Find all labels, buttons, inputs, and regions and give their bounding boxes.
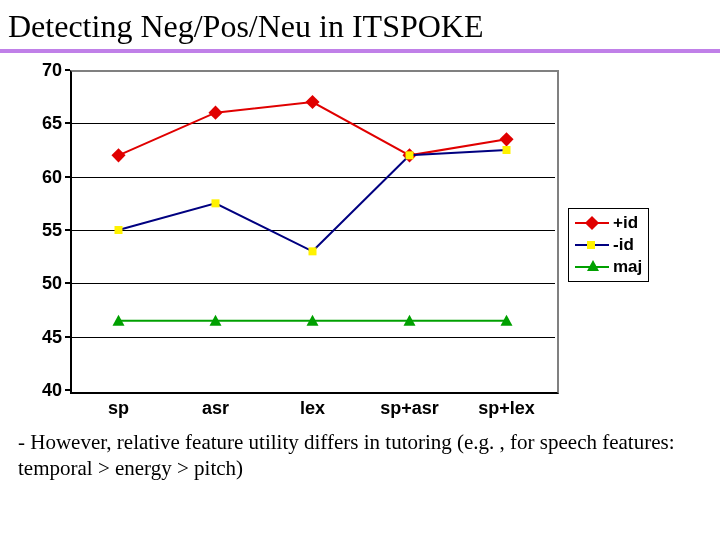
svg-rect-7: [309, 247, 317, 255]
svg-rect-8: [406, 151, 414, 159]
series-line-+id: [119, 102, 507, 155]
svg-rect-5: [115, 226, 123, 234]
svg-rect-6: [212, 199, 220, 207]
svg-rect-1: [208, 106, 222, 120]
svg-rect-9: [503, 146, 511, 154]
chart-svg: [10, 65, 560, 425]
series-line--id: [119, 150, 507, 251]
legend-label: -id: [613, 235, 634, 255]
svg-rect-4: [499, 132, 513, 146]
legend-label: +id: [613, 213, 638, 233]
legend: +id-idmaj: [568, 208, 649, 282]
legend-label: maj: [613, 257, 642, 277]
legend-item: maj: [575, 256, 642, 278]
page-title: Detecting Neg/Pos/Neu in ITSPOKE: [0, 0, 720, 49]
svg-rect-0: [111, 148, 125, 162]
svg-rect-2: [305, 95, 319, 109]
caption-text: - However, relative feature utility diff…: [0, 425, 720, 482]
legend-item: -id: [575, 234, 642, 256]
chart: 40455055606570spasrlexsp+asrsp+lex: [10, 65, 560, 425]
legend-item: +id: [575, 212, 642, 234]
